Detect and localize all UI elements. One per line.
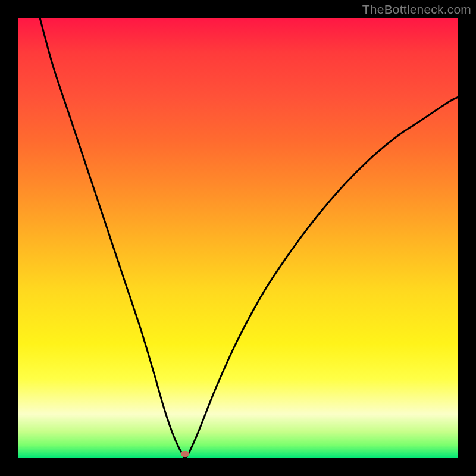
curve-svg — [18, 18, 458, 458]
watermark-text: TheBottleneck.com — [362, 2, 471, 17]
plot-area — [18, 18, 458, 458]
chart-frame: TheBottleneck.com — [0, 0, 476, 476]
optimum-marker — [181, 451, 189, 457]
bottleneck-curve-path — [40, 18, 458, 458]
